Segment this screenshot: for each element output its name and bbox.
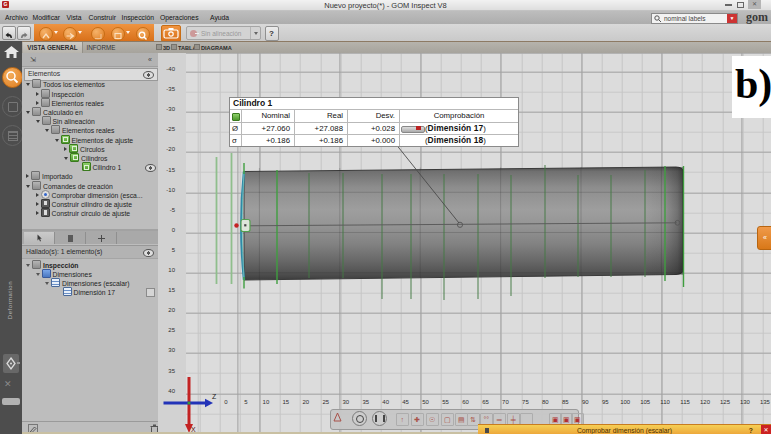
svg-text:Z: Z <box>212 393 217 400</box>
